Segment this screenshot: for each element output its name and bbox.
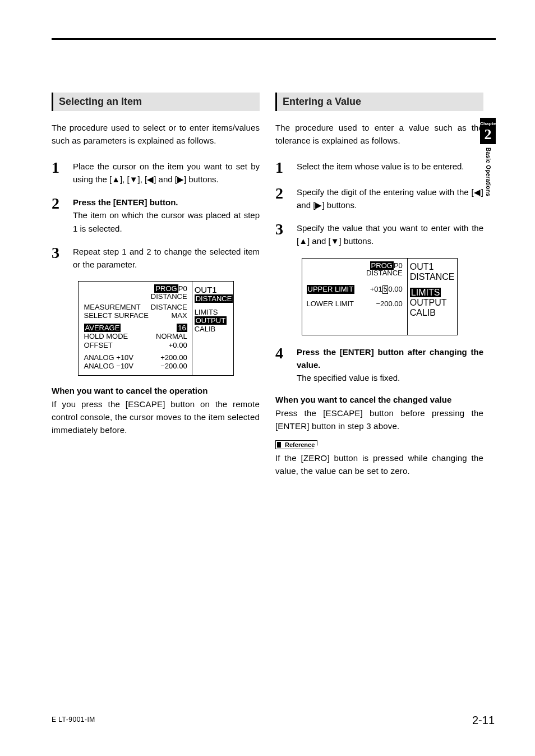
upper-limit-value: +0150.00 xyxy=(370,285,403,294)
right-cancel-head: When you want to cancel the changed valu… xyxy=(275,395,483,404)
side-output: OUTPUT xyxy=(410,298,455,308)
upper-limit-label: UPPER LIMIT xyxy=(307,285,355,294)
left-cancel-head: When you want to cancel the operation xyxy=(52,386,260,395)
side-limits: LIMITS xyxy=(410,288,441,297)
right-intro: The procedure used to enter a value such… xyxy=(275,121,483,147)
chapter-title: Basic Operations xyxy=(485,147,491,196)
editing-digit: 5 xyxy=(382,285,389,294)
section-title-entering: Entering a Value xyxy=(275,93,483,111)
step-number: 3 xyxy=(275,222,291,237)
figure-menu-screen: PROGP0 DISTANCE MEASUREMENTDISTANCE SELE… xyxy=(78,281,234,375)
side-calib: CALIB xyxy=(195,325,236,334)
step-text: Press the [ENTER] button after changing … xyxy=(297,345,483,385)
footer-page-number: 2-11 xyxy=(472,714,495,727)
section-title-selecting: Selecting an Item xyxy=(52,93,260,111)
lower-limit-value: −200.00 xyxy=(376,299,402,308)
left-cancel-body: If you press the [ESCAPE] button on the … xyxy=(52,398,260,437)
figure-value-screen: PROGP0 DISTANCE UPPER LIMIT +0150.00 LOW… xyxy=(302,258,458,335)
left-step-2: 2 Press the [ENTER] button. The item on … xyxy=(52,196,260,235)
cursor-average: AVERAGE xyxy=(84,324,121,332)
side-distance: DISTANCE xyxy=(410,272,455,282)
step-number: 2 xyxy=(52,196,67,211)
footer-doc-id: E LT-9001-IM xyxy=(52,716,95,723)
step-number: 1 xyxy=(275,160,291,176)
step-number: 2 xyxy=(275,186,291,201)
side-out1: OUT1 xyxy=(410,262,455,272)
left-step-3: 3 Repeat step 1 and 2 to change the sele… xyxy=(52,245,260,271)
step-text: Select the item whose value is to be ent… xyxy=(297,160,483,173)
right-step-4: 4 Press the [ENTER] button after changin… xyxy=(275,345,483,385)
step-text: Press the [ENTER] button. The item on wh… xyxy=(73,196,260,235)
left-intro: The procedure used to select or to enter… xyxy=(52,121,260,147)
right-column: Entering a Value The procedure used to e… xyxy=(275,93,483,478)
top-rule xyxy=(52,38,496,40)
step-number: 4 xyxy=(275,345,291,361)
left-column: Selecting an Item The procedure used to … xyxy=(52,93,260,478)
side-limits: LIMITS xyxy=(195,308,236,317)
step-number: 1 xyxy=(52,160,67,176)
lower-limit-label: LOWER LIMIT xyxy=(307,299,354,308)
step-text: Place the cursor on the item you want to… xyxy=(73,160,260,186)
step-text: Repeat step 1 and 2 to change the select… xyxy=(73,245,260,271)
reference-badge: Reference xyxy=(275,440,317,449)
right-step-3: 3 Specify the value that you want to ent… xyxy=(275,222,483,248)
reference-body: If the [ZERO] button is pressed while ch… xyxy=(275,451,483,478)
side-distance: DISTANCE xyxy=(195,294,233,303)
right-cancel-body: Press the [ESCAPE] button before pressin… xyxy=(275,407,483,433)
side-calib: CALIB xyxy=(410,308,455,318)
cursor-average-val: 16 xyxy=(177,324,187,332)
prog-mode: DISTANCE xyxy=(366,269,403,277)
right-step-1: 1 Select the item whose value is to be e… xyxy=(275,160,483,176)
right-step-2: 2 Specify the digit of the entering valu… xyxy=(275,186,483,212)
step-text: Specify the value that you want to enter… xyxy=(297,222,483,248)
prog-mode: DISTANCE xyxy=(151,292,187,301)
left-step-1: 1 Place the cursor on the item you want … xyxy=(52,160,260,186)
step-number: 3 xyxy=(52,245,67,261)
side-out1: OUT1 xyxy=(195,285,236,294)
side-output: OUTPUT xyxy=(195,316,227,325)
step-text: Specify the digit of the entering value … xyxy=(297,186,483,212)
